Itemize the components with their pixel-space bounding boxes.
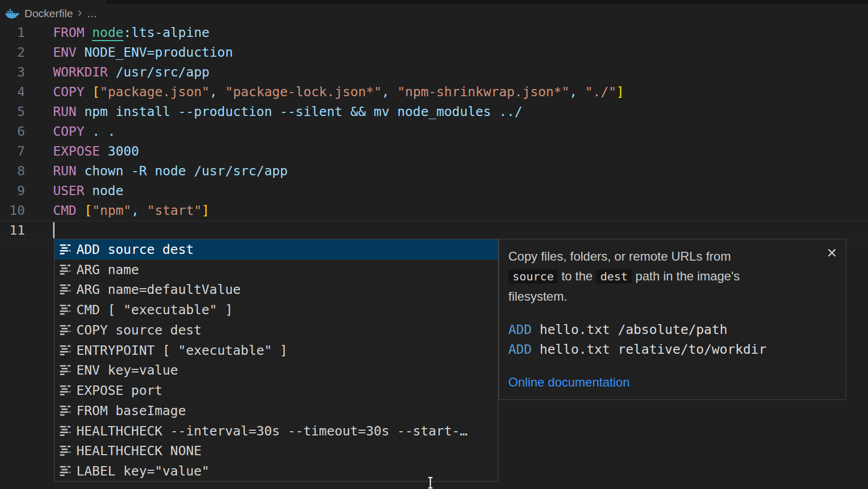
line-number: 10: [0, 201, 25, 221]
doc-panel: Copy files, folders, or remote URLs from…: [498, 239, 846, 400]
suggestion-item[interactable]: CMD [ "executable" ]: [55, 300, 498, 320]
current-line-highlight: [0, 221, 868, 240]
line-number: 4: [0, 82, 25, 102]
code-token: 3000: [100, 144, 139, 159]
online-documentation-link[interactable]: Online documentation: [508, 375, 629, 390]
editor-gutter: 1234567891011: [0, 23, 25, 240]
code-token: "package-lock.json*": [225, 84, 382, 99]
suggestion-label: FROM baseImage: [76, 403, 186, 418]
code-token: [: [92, 84, 100, 99]
snippet-icon: [59, 304, 71, 316]
code-token: :lts-alpine: [124, 25, 210, 40]
suggestion-item[interactable]: HEALTHCHECK NONE: [55, 441, 498, 461]
suggestion-item[interactable]: ARG name=defaultValue: [55, 280, 498, 300]
code-token: npm install --production --silent && mv …: [76, 104, 522, 119]
code-token: CMD: [53, 203, 76, 218]
code-token: "./": [585, 84, 616, 99]
code-token: node: [84, 183, 123, 198]
snippet-icon: [59, 344, 71, 356]
code-line[interactable]: ENV NODE_ENV=production: [53, 43, 868, 62]
doc-description-text: to the: [558, 269, 596, 283]
code-token: COPY: [53, 84, 84, 99]
line-number: 5: [0, 102, 25, 122]
snippet-icon: [59, 264, 71, 276]
code-token: node: [92, 25, 123, 40]
close-icon[interactable]: ✕: [826, 247, 837, 260]
breadcrumb: Dockerfile › …: [0, 4, 97, 23]
code-area[interactable]: FROM node:lts-alpineENV NODE_ENV=product…: [53, 23, 868, 240]
code-line[interactable]: COPY . .: [53, 122, 868, 141]
code-token: ,: [382, 84, 397, 99]
line-number: 6: [0, 122, 25, 141]
doc-description: Copy files, folders, or remote URLs from…: [508, 247, 784, 306]
suggestion-item[interactable]: FROM baseImage: [55, 401, 498, 421]
docker-icon: [5, 8, 20, 19]
suggestion-item[interactable]: ADD source dest: [55, 239, 498, 260]
suggestion-item[interactable]: ENTRYPOINT [ "executable" ]: [55, 340, 498, 361]
doc-code-line: ADD hello.txt /absolute/path: [508, 320, 836, 340]
breadcrumb-file[interactable]: Dockerfile: [24, 7, 73, 20]
code-line[interactable]: COPY ["package.json", "package-lock.json…: [53, 82, 868, 102]
code-token: ,: [569, 84, 585, 99]
code-token: ]: [616, 84, 624, 99]
suggestion-item[interactable]: HEALTHCHECK --interval=30s --timeout=30s…: [55, 421, 498, 441]
suggestion-item[interactable]: ENV key=value: [55, 361, 498, 381]
line-number: 1: [0, 23, 25, 43]
snippet-icon: [59, 243, 71, 255]
line-number: 2: [0, 43, 25, 62]
line-number: 7: [0, 141, 25, 161]
code-token: COPY: [53, 124, 84, 139]
doc-code-args: hello.txt /absolute/path: [532, 322, 727, 337]
code-token: ,: [131, 203, 147, 218]
code-line[interactable]: USER node: [53, 181, 868, 201]
code-line[interactable]: WORKDIR /usr/src/app: [53, 62, 868, 82]
suggestion-label: ENV key=value: [76, 363, 178, 378]
doc-code-args: hello.txt relative/to/workdir: [532, 342, 767, 357]
snippet-icon: [59, 384, 71, 396]
code-token: . .: [84, 124, 115, 139]
suggestion-label: HEALTHCHECK --interval=30s --timeout=30s…: [76, 423, 468, 439]
code-token: [84, 25, 92, 40]
code-token: chown -R node /usr/src/app: [76, 163, 287, 178]
code-token: ]: [202, 203, 209, 218]
suggestion-label: CMD [ "executable" ]: [76, 302, 233, 317]
doc-code-keyword: ADD: [508, 342, 532, 357]
snippet-icon: [59, 425, 71, 437]
breadcrumb-ellipsis[interactable]: …: [86, 7, 97, 20]
code-token: [76, 203, 84, 218]
mouse-ibeam-cursor: [426, 477, 435, 489]
suggestion-item[interactable]: COPY source dest: [55, 320, 498, 340]
code-line[interactable]: RUN npm install --production --silent &&…: [53, 102, 868, 122]
line-number: 3: [0, 62, 25, 82]
code-token: RUN: [53, 163, 76, 178]
code-token: RUN: [53, 104, 76, 119]
code-token: "npm-shrinkwrap.json*": [397, 84, 569, 99]
code-token: "package.json": [100, 84, 209, 99]
code-line[interactable]: EXPOSE 3000: [53, 141, 868, 161]
code-token: EXPOSE: [53, 144, 100, 159]
window-top-shadow: [107, 0, 868, 4]
code-line[interactable]: RUN chown -R node /usr/src/app: [53, 161, 868, 181]
snippet-icon: [59, 465, 71, 477]
code-token: "start": [147, 203, 202, 218]
code-token: USER: [53, 183, 84, 198]
breadcrumb-chevron-icon: ›: [77, 6, 82, 20]
code-line[interactable]: FROM node:lts-alpine: [53, 23, 868, 43]
suggestion-item[interactable]: ARG name: [55, 260, 498, 280]
line-number: 9: [0, 181, 25, 201]
suggestion-label: ARG name: [76, 262, 139, 277]
code-token: WORKDIR: [53, 65, 108, 80]
code-token: ENV: [53, 45, 76, 60]
suggestion-item[interactable]: EXPOSE port: [55, 380, 498, 401]
doc-description-text: Copy files, folders, or remote URLs from: [508, 249, 731, 263]
suggestion-label: COPY source dest: [76, 323, 202, 338]
line-number: 8: [0, 161, 25, 181]
suggestion-label: ENTRYPOINT [ "executable" ]: [76, 343, 287, 358]
doc-code-block: ADD hello.txt /absolute/pathADD hello.tx…: [508, 320, 836, 359]
code-line[interactable]: CMD ["npm", "start"]: [53, 201, 868, 221]
code-token: /usr/src/app: [108, 65, 209, 80]
snippet-icon: [59, 364, 71, 376]
code-token: [84, 84, 92, 99]
suggestion-label: HEALTHCHECK NONE: [76, 443, 202, 458]
suggestion-label: LABEL key="value": [76, 464, 209, 479]
